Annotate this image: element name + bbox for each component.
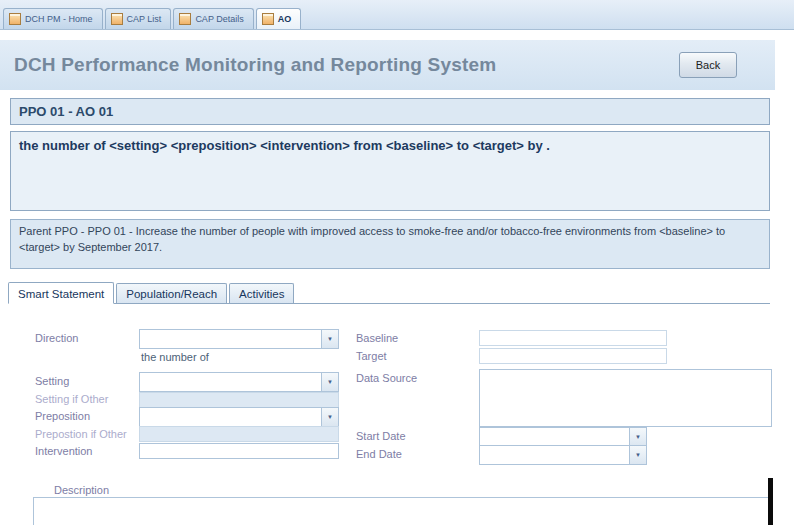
content-area: DCH Performance Monitoring and Reporting…: [0, 40, 775, 525]
combo-value[interactable]: [480, 428, 629, 446]
preposition-combobox[interactable]: ▼: [139, 407, 339, 427]
doc-tab-label: AO: [278, 14, 292, 24]
chevron-down-icon: ▼: [635, 452, 641, 458]
setting-label: Setting: [35, 375, 69, 387]
app-window: DCH PM - Home CAP List CAP Details AO DC…: [0, 0, 794, 525]
tab-activities[interactable]: Activities: [229, 283, 294, 303]
combo-value[interactable]: [140, 408, 321, 426]
end-date-label: End Date: [356, 448, 402, 460]
form-header: DCH Performance Monitoring and Reporting…: [0, 40, 775, 90]
combo-value[interactable]: [140, 373, 321, 391]
start-date-dropdown-button[interactable]: ▼: [629, 428, 646, 446]
vertical-black-bar: [768, 478, 773, 525]
data-source-input[interactable]: [479, 369, 772, 427]
form-icon: [9, 13, 21, 25]
baseline-input[interactable]: [479, 330, 667, 346]
doc-tab-dch-pm-home[interactable]: DCH PM - Home: [3, 8, 103, 29]
setting-if-other-field: [139, 392, 339, 408]
form-icon: [262, 13, 274, 25]
end-date-dropdown-button[interactable]: ▼: [629, 446, 646, 464]
intervention-input[interactable]: [139, 443, 339, 459]
data-source-label: Data Source: [356, 372, 417, 384]
start-date-label: Start Date: [356, 430, 406, 442]
record-id-text: PPO 01 - AO 01: [19, 104, 113, 119]
parent-ppo-text: Parent PPO - PPO 01 - Increase the numbe…: [19, 225, 725, 253]
preposition-label: Preposition: [35, 410, 90, 422]
direction-combobox[interactable]: ▼: [139, 329, 339, 349]
end-date-combobox[interactable]: ▼: [479, 445, 647, 465]
doc-tab-label: CAP List: [127, 14, 162, 24]
chevron-down-icon: ▼: [327, 414, 333, 420]
doc-tab-label: DCH PM - Home: [25, 14, 93, 24]
doc-tab-label: CAP Details: [195, 14, 243, 24]
back-button[interactable]: Back: [679, 52, 737, 78]
setting-combobox[interactable]: ▼: [139, 372, 339, 392]
chevron-down-icon: ▼: [327, 336, 333, 342]
doc-tab-cap-list[interactable]: CAP List: [105, 8, 172, 29]
setting-if-other-label: Setting if Other: [35, 393, 108, 405]
preposition-if-other-field: [139, 426, 339, 442]
page-title: DCH Performance Monitoring and Reporting…: [14, 54, 496, 76]
description-input[interactable]: [33, 497, 772, 525]
chevron-down-icon: ▼: [327, 379, 333, 385]
baseline-label: Baseline: [356, 332, 398, 344]
tab-smart-statement[interactable]: Smart Statement: [8, 282, 114, 304]
combo-value[interactable]: [480, 446, 629, 464]
record-id-box: PPO 01 - AO 01: [10, 98, 770, 125]
combo-value[interactable]: [140, 330, 321, 348]
direction-label: Direction: [35, 332, 78, 344]
doc-tab-cap-details[interactable]: CAP Details: [173, 8, 253, 29]
start-date-combobox[interactable]: ▼: [479, 427, 647, 447]
chevron-down-icon: ▼: [635, 434, 641, 440]
direction-dropdown-button[interactable]: ▼: [321, 330, 338, 348]
direction-hint: the number of: [141, 351, 209, 363]
parent-ppo-note: Parent PPO - PPO 01 - Increase the numbe…: [10, 219, 770, 269]
preposition-if-other-label: Prepostion if Other: [35, 428, 127, 440]
smart-statement-form: Direction ▼ the number of Setting ▼ Sett…: [0, 304, 775, 525]
target-label: Target: [356, 350, 387, 362]
target-input[interactable]: [479, 348, 667, 364]
smart-statement-text: the number of <setting> <preposition> <i…: [19, 138, 550, 153]
doc-tab-ao[interactable]: AO: [256, 8, 302, 29]
preposition-dropdown-button[interactable]: ▼: [321, 408, 338, 426]
smart-statement-display: the number of <setting> <preposition> <i…: [10, 131, 770, 211]
form-icon: [179, 13, 191, 25]
form-icon: [111, 13, 123, 25]
description-label: Description: [54, 484, 109, 496]
document-tab-bar: DCH PM - Home CAP List CAP Details AO: [0, 0, 794, 30]
setting-dropdown-button[interactable]: ▼: [321, 373, 338, 391]
subtab-bar: Smart Statement Population/Reach Activit…: [8, 282, 770, 304]
tab-population-reach[interactable]: Population/Reach: [116, 283, 227, 303]
intervention-label: Intervention: [35, 445, 92, 457]
